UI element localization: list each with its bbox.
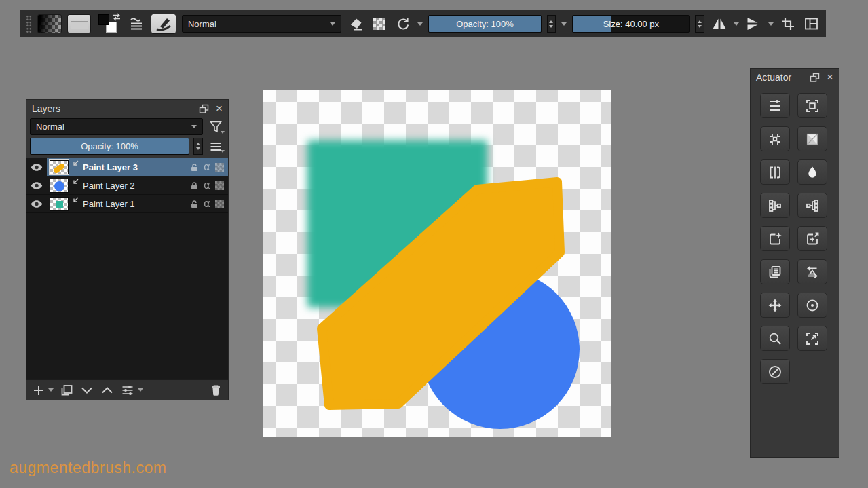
import-document-icon: [805, 231, 820, 246]
visibility-toggle[interactable]: [26, 158, 47, 176]
crop-tool-button[interactable]: [779, 14, 797, 33]
gradient-chooser-button[interactable]: [37, 14, 62, 33]
layer-row-paint-layer-2[interactable]: Paint Layer 2 α: [26, 176, 228, 195]
actuator-move-tool-button[interactable]: [760, 293, 790, 318]
swap-colors-icon[interactable]: [111, 13, 122, 22]
eraser-mode-button[interactable]: [347, 14, 365, 33]
actuator-zoom-tool-button[interactable]: [760, 326, 790, 351]
float-panel-icon[interactable]: [810, 73, 820, 82]
lock-icon[interactable]: [190, 163, 199, 172]
float-panel-icon[interactable]: [199, 104, 209, 113]
actuator-titlebar[interactable]: Actuator ×: [751, 69, 839, 86]
visibility-toggle[interactable]: [26, 176, 47, 194]
actuator-split-view-button[interactable]: [760, 159, 790, 185]
properties-caret[interactable]: [138, 388, 143, 392]
opacity-dropdown-caret[interactable]: [561, 22, 567, 26]
toolbar-grip-handle[interactable]: [26, 15, 32, 33]
move-layer-up-icon[interactable]: [100, 385, 114, 396]
actuator-tree-collapse-button[interactable]: [760, 193, 790, 218]
actuator-fullscreen-button[interactable]: [797, 326, 827, 351]
pattern-chooser-button[interactable]: [67, 14, 92, 33]
mirror-vertical-button[interactable]: [744, 14, 763, 33]
zoom-tool-icon: [768, 331, 782, 346]
krita-window: Normal Opacity: 100% Size:: [0, 0, 868, 488]
alpha-lock-icon[interactable]: α: [204, 161, 210, 173]
brush-preset-button[interactable]: [151, 14, 176, 34]
reload-dropdown-caret[interactable]: [417, 22, 423, 26]
filter-caret: [221, 131, 225, 134]
alpha-lock-icon[interactable]: α: [204, 179, 210, 191]
layers-titlebar[interactable]: Layers ×: [26, 100, 228, 117]
brush-preset-pen-icon: [155, 16, 172, 32]
move-layer-down-icon[interactable]: [80, 385, 94, 396]
lock-icon[interactable]: [190, 200, 199, 208]
mirror-vertical-caret[interactable]: [768, 22, 774, 26]
size-spinner[interactable]: [695, 15, 704, 33]
actuator-circle-dot-button[interactable]: [797, 293, 827, 318]
foreground-color-swatch[interactable]: [98, 14, 109, 25]
mirror-horizontal-icon: [711, 16, 728, 31]
layer-thumbnail[interactable]: [50, 160, 69, 174]
thumbnail-blue-circle: [54, 181, 64, 191]
opacity-spinner[interactable]: [547, 15, 556, 33]
size-slider-label: Size: 40.00 px: [573, 16, 689, 32]
shrink-frame-icon: [768, 132, 782, 147]
inherit-alpha-icon[interactable]: [215, 181, 224, 190]
lock-icon[interactable]: [190, 181, 199, 190]
alpha-lock-icon[interactable]: α: [204, 198, 210, 210]
layer-opacity-label: Opacity: 100%: [31, 138, 189, 154]
docker-menu-caret: [221, 150, 225, 153]
crop-icon: [780, 16, 795, 31]
actuator-none-button[interactable]: [760, 359, 790, 384]
mirror-vertical-icon: [745, 16, 761, 31]
actuator-transform-swap-button[interactable]: [797, 259, 827, 284]
canvas[interactable]: [263, 90, 611, 437]
none-disabled-icon: [768, 364, 782, 379]
delete-layer-icon[interactable]: [210, 383, 222, 396]
visibility-toggle[interactable]: [26, 195, 47, 212]
workspace-icon: [804, 16, 819, 31]
layer-thumbnail[interactable]: [50, 179, 69, 193]
layer-row-paint-layer-3[interactable]: Paint Layer 3 α: [26, 158, 228, 176]
preserve-alpha-button[interactable]: [371, 14, 389, 33]
actuator-shrink-frame-button[interactable]: [760, 126, 790, 151]
actuator-properties-sliders-button[interactable]: [760, 93, 790, 118]
actuator-stacked-pages-button[interactable]: [760, 259, 790, 284]
reload-preset-button[interactable]: [394, 14, 413, 33]
layer-opacity-slider[interactable]: Opacity: 100%: [30, 138, 189, 155]
reload-icon: [396, 16, 411, 31]
select-frame-icon: [805, 98, 820, 113]
add-layer-icon[interactable]: [33, 384, 45, 396]
close-panel-icon[interactable]: ×: [827, 71, 833, 83]
size-slider[interactable]: Size: 40.00 px: [572, 15, 690, 33]
blend-mode-select[interactable]: Normal: [182, 15, 341, 33]
inherit-alpha-icon[interactable]: [215, 200, 224, 208]
diagonal-split-icon: [805, 132, 820, 147]
add-layer-caret[interactable]: [48, 388, 54, 392]
layer-opacity-spinner[interactable]: [193, 138, 203, 155]
mirror-horizontal-button[interactable]: [710, 14, 728, 33]
opacity-slider[interactable]: Opacity: 100%: [428, 15, 541, 33]
layer-properties-icon[interactable]: [121, 384, 134, 396]
duplicate-layer-icon[interactable]: [60, 384, 73, 396]
actuator-import-document-button[interactable]: [797, 226, 827, 251]
docker-menu-button[interactable]: [207, 140, 225, 153]
actuator-select-frame-button[interactable]: [797, 93, 827, 118]
inherit-alpha-icon[interactable]: [215, 163, 224, 172]
workspace-chooser-button[interactable]: [802, 14, 820, 33]
close-panel-icon[interactable]: ×: [216, 102, 223, 114]
circle-dot-icon: [805, 298, 820, 313]
actuator-diagonal-split-button[interactable]: [797, 126, 827, 151]
actuator-tree-expand-button[interactable]: [797, 193, 827, 218]
layer-row-paint-layer-1[interactable]: Paint Layer 1 α: [26, 195, 228, 213]
actuator-blur-drop-button[interactable]: [797, 159, 827, 185]
layer-blend-mode-select[interactable]: Normal: [30, 118, 203, 135]
actuator-new-document-button[interactable]: [760, 226, 790, 251]
actuator-button-grid: [751, 86, 840, 384]
fg-bg-color-swatches[interactable]: [96, 13, 122, 35]
layer-thumbnail[interactable]: [50, 197, 69, 211]
thumbnail-teal-square: [56, 201, 63, 208]
layer-filter-button[interactable]: [207, 120, 225, 134]
mirror-horizontal-caret[interactable]: [734, 22, 739, 26]
brush-settings-button[interactable]: [128, 14, 146, 33]
